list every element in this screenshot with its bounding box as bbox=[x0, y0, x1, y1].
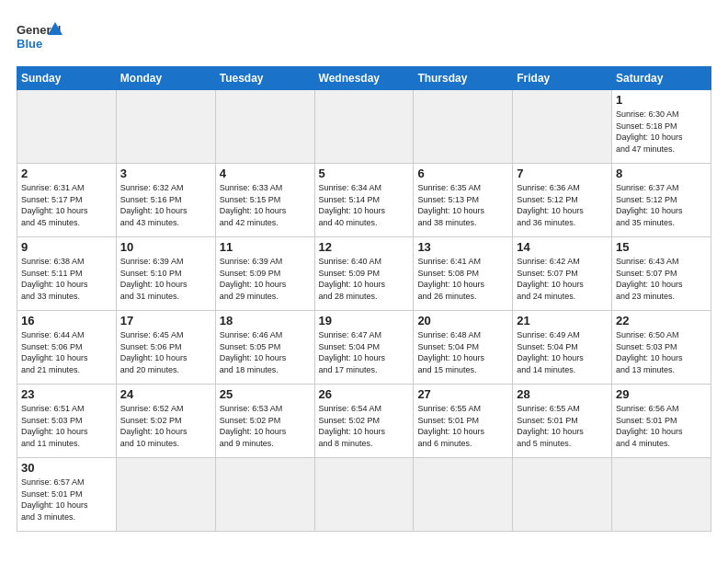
table-row: 4Sunrise: 6:33 AM Sunset: 5:15 PM Daylig… bbox=[215, 164, 314, 237]
table-row: 3Sunrise: 6:32 AM Sunset: 5:16 PM Daylig… bbox=[116, 164, 215, 237]
table-row: 25Sunrise: 6:53 AM Sunset: 5:02 PM Dayli… bbox=[215, 385, 314, 458]
day-info: Sunrise: 6:50 AM Sunset: 5:03 PM Dayligh… bbox=[616, 329, 707, 375]
table-row: 12Sunrise: 6:40 AM Sunset: 5:09 PM Dayli… bbox=[314, 237, 414, 311]
day-info: Sunrise: 6:40 AM Sunset: 5:09 PM Dayligh… bbox=[319, 256, 410, 302]
day-number: 11 bbox=[220, 240, 311, 254]
day-number: 18 bbox=[220, 314, 311, 327]
header: General Blue bbox=[17, 17, 711, 57]
day-number: 22 bbox=[616, 314, 707, 327]
table-row bbox=[17, 90, 117, 164]
calendar-week-row: 16Sunrise: 6:44 AM Sunset: 5:06 PM Dayli… bbox=[17, 311, 711, 385]
day-number: 21 bbox=[517, 314, 608, 327]
day-info: Sunrise: 6:57 AM Sunset: 5:01 PM Dayligh… bbox=[21, 477, 112, 523]
table-row: 26Sunrise: 6:54 AM Sunset: 5:02 PM Dayli… bbox=[314, 385, 414, 458]
day-info: Sunrise: 6:48 AM Sunset: 5:04 PM Dayligh… bbox=[417, 329, 508, 375]
day-info: Sunrise: 6:56 AM Sunset: 5:01 PM Dayligh… bbox=[616, 403, 707, 449]
table-row: 6Sunrise: 6:35 AM Sunset: 5:13 PM Daylig… bbox=[414, 164, 513, 237]
calendar-week-row: 2Sunrise: 6:31 AM Sunset: 5:17 PM Daylig… bbox=[17, 164, 711, 237]
day-info: Sunrise: 6:41 AM Sunset: 5:08 PM Dayligh… bbox=[417, 256, 508, 302]
calendar-header-row: Sunday Monday Tuesday Wednesday Thursday… bbox=[17, 67, 711, 90]
day-number: 14 bbox=[517, 240, 608, 254]
day-info: Sunrise: 6:43 AM Sunset: 5:07 PM Dayligh… bbox=[616, 256, 707, 302]
day-info: Sunrise: 6:30 AM Sunset: 5:18 PM Dayligh… bbox=[616, 109, 707, 155]
day-number: 24 bbox=[120, 387, 211, 401]
table-row bbox=[116, 90, 215, 164]
day-info: Sunrise: 6:37 AM Sunset: 5:12 PM Dayligh… bbox=[616, 182, 707, 228]
table-row: 18Sunrise: 6:46 AM Sunset: 5:05 PM Dayli… bbox=[215, 311, 314, 385]
day-number: 29 bbox=[616, 387, 707, 401]
day-number: 5 bbox=[319, 167, 410, 180]
col-friday: Friday bbox=[513, 67, 612, 90]
day-number: 13 bbox=[417, 240, 508, 254]
day-number: 2 bbox=[21, 167, 112, 180]
table-row: 20Sunrise: 6:48 AM Sunset: 5:04 PM Dayli… bbox=[414, 311, 513, 385]
day-number: 1 bbox=[616, 93, 707, 107]
day-number: 4 bbox=[220, 167, 311, 180]
day-number: 10 bbox=[120, 240, 211, 254]
table-row: 13Sunrise: 6:41 AM Sunset: 5:08 PM Dayli… bbox=[414, 237, 513, 311]
day-number: 28 bbox=[517, 387, 608, 401]
day-info: Sunrise: 6:39 AM Sunset: 5:10 PM Dayligh… bbox=[120, 256, 211, 302]
table-row bbox=[414, 90, 513, 164]
day-info: Sunrise: 6:44 AM Sunset: 5:06 PM Dayligh… bbox=[21, 329, 112, 375]
day-number: 19 bbox=[319, 314, 410, 327]
table-row bbox=[215, 90, 314, 164]
col-sunday: Sunday bbox=[17, 67, 117, 90]
table-row bbox=[612, 458, 711, 532]
table-row: 8Sunrise: 6:37 AM Sunset: 5:12 PM Daylig… bbox=[612, 164, 711, 237]
table-row: 28Sunrise: 6:55 AM Sunset: 5:01 PM Dayli… bbox=[513, 385, 612, 458]
table-row: 27Sunrise: 6:55 AM Sunset: 5:01 PM Dayli… bbox=[414, 385, 513, 458]
table-row: 14Sunrise: 6:42 AM Sunset: 5:07 PM Dayli… bbox=[513, 237, 612, 311]
day-info: Sunrise: 6:34 AM Sunset: 5:14 PM Dayligh… bbox=[319, 182, 410, 228]
day-number: 7 bbox=[517, 167, 608, 180]
day-number: 9 bbox=[21, 240, 112, 254]
day-number: 15 bbox=[616, 240, 707, 254]
day-info: Sunrise: 6:42 AM Sunset: 5:07 PM Dayligh… bbox=[517, 256, 608, 302]
table-row: 1Sunrise: 6:30 AM Sunset: 5:18 PM Daylig… bbox=[612, 90, 711, 164]
day-number: 20 bbox=[417, 314, 508, 327]
col-saturday: Saturday bbox=[612, 67, 711, 90]
day-info: Sunrise: 6:31 AM Sunset: 5:17 PM Dayligh… bbox=[21, 182, 112, 228]
day-number: 8 bbox=[616, 167, 707, 180]
table-row: 30Sunrise: 6:57 AM Sunset: 5:01 PM Dayli… bbox=[17, 458, 117, 532]
day-info: Sunrise: 6:35 AM Sunset: 5:13 PM Dayligh… bbox=[417, 182, 508, 228]
day-number: 12 bbox=[319, 240, 410, 254]
day-info: Sunrise: 6:53 AM Sunset: 5:02 PM Dayligh… bbox=[220, 403, 311, 449]
day-info: Sunrise: 6:55 AM Sunset: 5:01 PM Dayligh… bbox=[417, 403, 508, 449]
day-number: 3 bbox=[120, 167, 211, 180]
table-row: 9Sunrise: 6:38 AM Sunset: 5:11 PM Daylig… bbox=[17, 237, 117, 311]
day-info: Sunrise: 6:52 AM Sunset: 5:02 PM Dayligh… bbox=[120, 403, 211, 449]
table-row: 29Sunrise: 6:56 AM Sunset: 5:01 PM Dayli… bbox=[612, 385, 711, 458]
logo: General Blue bbox=[17, 17, 63, 57]
col-monday: Monday bbox=[116, 67, 215, 90]
day-number: 16 bbox=[21, 314, 112, 327]
day-info: Sunrise: 6:54 AM Sunset: 5:02 PM Dayligh… bbox=[319, 403, 410, 449]
table-row: 10Sunrise: 6:39 AM Sunset: 5:10 PM Dayli… bbox=[116, 237, 215, 311]
day-info: Sunrise: 6:32 AM Sunset: 5:16 PM Dayligh… bbox=[120, 182, 211, 228]
day-info: Sunrise: 6:36 AM Sunset: 5:12 PM Dayligh… bbox=[517, 182, 608, 228]
day-info: Sunrise: 6:45 AM Sunset: 5:06 PM Dayligh… bbox=[120, 329, 211, 375]
day-info: Sunrise: 6:49 AM Sunset: 5:04 PM Dayligh… bbox=[517, 329, 608, 375]
calendar-week-row: 30Sunrise: 6:57 AM Sunset: 5:01 PM Dayli… bbox=[17, 458, 711, 532]
svg-text:Blue: Blue bbox=[17, 37, 42, 51]
day-number: 25 bbox=[220, 387, 311, 401]
day-info: Sunrise: 6:55 AM Sunset: 5:01 PM Dayligh… bbox=[517, 403, 608, 449]
day-number: 17 bbox=[120, 314, 211, 327]
table-row: 16Sunrise: 6:44 AM Sunset: 5:06 PM Dayli… bbox=[17, 311, 117, 385]
table-row bbox=[513, 458, 612, 532]
table-row: 22Sunrise: 6:50 AM Sunset: 5:03 PM Dayli… bbox=[612, 311, 711, 385]
calendar-week-row: 9Sunrise: 6:38 AM Sunset: 5:11 PM Daylig… bbox=[17, 237, 711, 311]
table-row bbox=[116, 458, 215, 532]
table-row: 7Sunrise: 6:36 AM Sunset: 5:12 PM Daylig… bbox=[513, 164, 612, 237]
col-tuesday: Tuesday bbox=[215, 67, 314, 90]
table-row: 24Sunrise: 6:52 AM Sunset: 5:02 PM Dayli… bbox=[116, 385, 215, 458]
table-row: 17Sunrise: 6:45 AM Sunset: 5:06 PM Dayli… bbox=[116, 311, 215, 385]
table-row bbox=[414, 458, 513, 532]
table-row bbox=[314, 458, 414, 532]
day-number: 23 bbox=[21, 387, 112, 401]
table-row: 19Sunrise: 6:47 AM Sunset: 5:04 PM Dayli… bbox=[314, 311, 414, 385]
logo-svg: General Blue bbox=[17, 17, 63, 57]
day-number: 30 bbox=[21, 461, 112, 475]
table-row bbox=[215, 458, 314, 532]
day-info: Sunrise: 6:33 AM Sunset: 5:15 PM Dayligh… bbox=[220, 182, 311, 228]
